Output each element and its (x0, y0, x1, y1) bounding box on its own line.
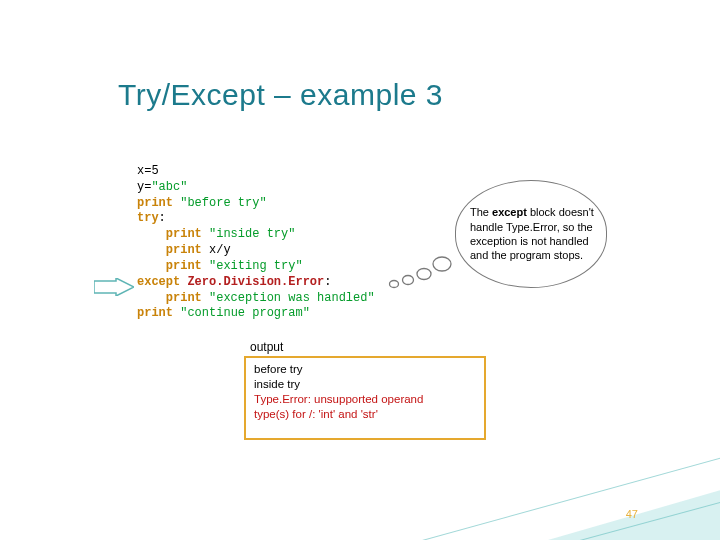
code-example: x=5 y="abc" print "before try" try: prin… (137, 164, 375, 322)
output-label: output (250, 340, 283, 354)
slide-title: Try/Except – example 3 (118, 78, 443, 112)
output-line: before try (254, 362, 476, 377)
output-error-line: type(s) for /: 'int' and 'str' (254, 407, 476, 422)
svg-point-8 (390, 281, 399, 288)
bubble-text-pre: The (470, 206, 492, 218)
arrow-icon (94, 278, 134, 296)
output-error-line: Type.Error: unsupported operand (254, 392, 476, 407)
output-box: before try inside try Type.Error: unsupp… (244, 356, 486, 440)
svg-point-5 (433, 257, 451, 271)
output-line: inside try (254, 377, 476, 392)
bubble-text-bold: except (492, 206, 527, 218)
svg-point-7 (403, 276, 414, 285)
page-number: 47 (626, 508, 638, 520)
thought-bubble: The except block doesn't handle Type.Err… (455, 180, 620, 288)
svg-point-6 (417, 269, 431, 280)
